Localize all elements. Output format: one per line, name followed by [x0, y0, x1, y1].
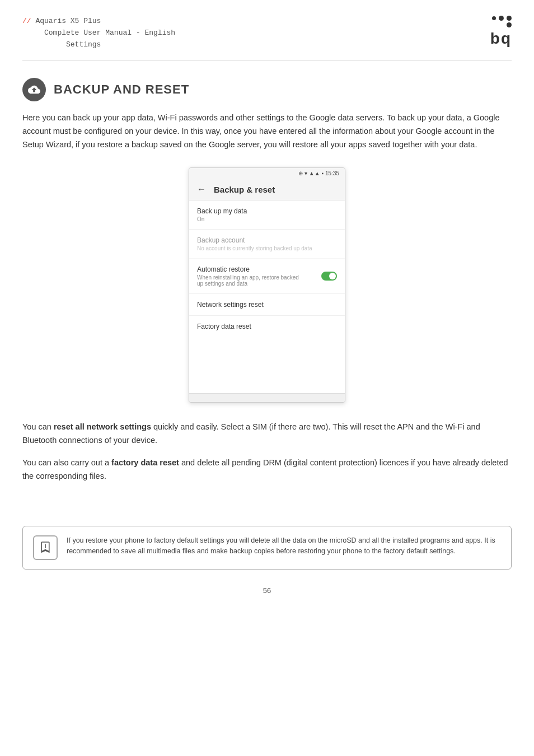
status-time: 15:35 — [325, 170, 339, 176]
back-arrow[interactable]: ← — [197, 184, 206, 194]
bq-logo-text: bq — [490, 30, 512, 48]
menu-item-backup-account: Backup account No account is currently s… — [189, 230, 345, 259]
header-line1: Aquaris X5 Plus — [35, 17, 101, 25]
auto-restore-row: Automatic restore When reinstalling an a… — [197, 265, 337, 287]
phone-screen-title: Backup & reset — [214, 185, 275, 194]
auto-restore-toggle[interactable] — [321, 272, 337, 281]
menu-sub-backup-account: No account is currently storing backed u… — [197, 245, 337, 251]
menu-label-factory-reset: Factory data reset — [197, 323, 337, 330]
menu-label-network-reset: Network settings reset — [197, 301, 337, 309]
auto-restore-text: Automatic restore When reinstalling an a… — [197, 265, 299, 287]
svg-point-1 — [45, 549, 46, 550]
phone-screen: ⊕ ▾ ▲▲ ▪ 15:35 ← Backup & reset Back up … — [189, 167, 345, 403]
logo-dot — [507, 22, 512, 27]
menu-item-backup-data[interactable]: Back up my data On — [189, 200, 345, 230]
section-title-row: BACKUP AND RESET — [22, 78, 512, 101]
bottom-paragraph-2: You can also carry out a factory data re… — [22, 456, 512, 483]
phone-nav-bar — [189, 393, 345, 402]
logo-dot — [492, 16, 496, 20]
menu-item-auto-restore[interactable]: Automatic restore When reinstalling an a… — [189, 259, 345, 294]
intro-paragraph: Here you can back up your app data, Wi-F… — [22, 111, 512, 152]
comment-marker: // — [22, 17, 35, 25]
menu-label-backup-account: Backup account — [197, 236, 337, 244]
page-number: 56 — [0, 581, 534, 606]
main-content: BACKUP AND RESET Here you can back up yo… — [0, 61, 534, 503]
header-line3: Settings — [22, 40, 101, 49]
phone-mockup: ⊕ ▾ ▲▲ ▪ 15:35 ← Backup & reset Back up … — [22, 167, 512, 403]
phone-empty-space — [189, 337, 345, 393]
warning-box: If you restore your phone to factory def… — [22, 526, 512, 570]
menu-item-network-reset[interactable]: Network settings reset — [189, 294, 345, 316]
menu-item-factory-reset[interactable]: Factory data reset — [189, 316, 345, 337]
bottom-paragraph-1: You can reset all network settings quick… — [22, 421, 512, 447]
backup-icon — [22, 78, 46, 101]
menu-label-backup-data: Back up my data — [197, 207, 337, 215]
warning-text: If you restore your phone to factory def… — [67, 535, 501, 557]
header-line2: Complete User Manual - English — [22, 29, 175, 37]
warning-icon-box — [33, 535, 58, 560]
backup-svg — [28, 83, 40, 96]
bq-logo: bq — [490, 16, 512, 48]
bold-factory-reset: factory data reset — [111, 458, 179, 467]
phone-app-header: ← Backup & reset — [189, 179, 345, 200]
logo-dot — [507, 16, 512, 21]
section-title: BACKUP AND RESET — [54, 82, 189, 97]
phone-status-bar: ⊕ ▾ ▲▲ ▪ 15:35 — [189, 168, 345, 179]
warning-icon-svg — [38, 540, 53, 555]
menu-sub-backup-data: On — [197, 216, 337, 222]
bold-network-reset: reset all network settings — [54, 422, 151, 431]
status-icons: ⊕ ▾ ▲▲ ▪ — [298, 170, 324, 176]
logo-dot — [499, 16, 504, 21]
menu-sub-auto-restore: When reinstalling an app, restore backed… — [197, 274, 299, 287]
menu-label-auto-restore: Automatic restore — [197, 265, 299, 273]
page-header: // Aquaris X5 Plus Complete User Manual … — [0, 0, 534, 50]
header-text: // Aquaris X5 Plus Complete User Manual … — [22, 16, 175, 50]
